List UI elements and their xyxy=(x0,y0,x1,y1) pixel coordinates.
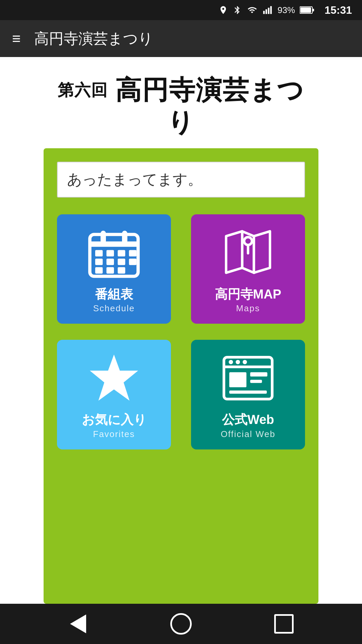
content-area: 第六回 高円寺演芸まつり あったまってます。 xyxy=(0,57,362,604)
bottom-nav-bar xyxy=(0,604,362,644)
recent-apps-button[interactable] xyxy=(270,610,297,637)
svg-rect-19 xyxy=(129,259,136,265)
svg-rect-8 xyxy=(90,241,138,247)
bluetooth-icon xyxy=(233,5,242,15)
svg-rect-3 xyxy=(270,6,272,14)
star-icon xyxy=(87,352,141,406)
svg-rect-31 xyxy=(229,372,246,387)
schedule-icon xyxy=(87,226,141,280)
location-icon xyxy=(219,5,228,15)
web-label-ja: 公式Web xyxy=(222,412,274,428)
hamburger-menu-button[interactable]: ≡ xyxy=(12,31,21,46)
festival-logo-banner: 第六回 高円寺演芸まつり xyxy=(44,67,318,148)
back-icon xyxy=(70,614,86,633)
svg-rect-33 xyxy=(250,380,262,383)
official-web-button[interactable]: 公式Web Official Web xyxy=(191,340,305,449)
status-time: 15:31 xyxy=(324,4,352,16)
svg-rect-12 xyxy=(95,250,103,256)
svg-rect-22 xyxy=(118,267,125,273)
battery-level: 93% xyxy=(278,5,295,15)
tagline-box: あったまってます。 xyxy=(57,162,305,198)
svg-rect-10 xyxy=(122,230,127,243)
favorites-label-en: Favorites xyxy=(93,429,135,439)
festival-logo-text: 第六回 高円寺演芸まつり xyxy=(47,74,315,138)
svg-point-28 xyxy=(229,360,233,364)
svg-rect-9 xyxy=(101,230,106,243)
svg-rect-15 xyxy=(129,250,136,256)
map-icon xyxy=(221,226,275,280)
svg-rect-14 xyxy=(118,250,125,256)
map-label-en: Maps xyxy=(236,303,260,314)
schedule-label-en: Schedule xyxy=(93,303,135,314)
battery-icon xyxy=(300,6,314,14)
svg-rect-17 xyxy=(107,259,114,265)
svg-rect-2 xyxy=(268,8,269,14)
main-panel: あったまってます。 xyxy=(44,148,318,604)
svg-marker-25 xyxy=(90,355,138,401)
svg-rect-32 xyxy=(250,372,267,377)
recent-icon xyxy=(274,614,294,634)
home-button[interactable] xyxy=(168,610,194,637)
svg-rect-6 xyxy=(312,9,314,11)
svg-rect-16 xyxy=(95,259,103,265)
svg-rect-34 xyxy=(229,390,267,394)
svg-rect-13 xyxy=(107,250,114,256)
status-bar: 93% 15:31 xyxy=(0,0,362,20)
browser-icon xyxy=(221,352,275,406)
map-button[interactable]: 高円寺MAP Maps xyxy=(191,214,305,324)
svg-rect-18 xyxy=(118,259,125,265)
home-icon xyxy=(170,613,192,635)
favorites-label-ja: お気に入り xyxy=(82,412,146,428)
favorites-button[interactable]: お気に入り Favorites xyxy=(57,340,171,449)
svg-point-30 xyxy=(243,360,247,364)
web-label-en: Official Web xyxy=(221,429,275,439)
svg-rect-1 xyxy=(265,9,267,14)
app-bar-title: 高円寺演芸まつり xyxy=(34,29,153,49)
back-button[interactable] xyxy=(65,610,92,637)
app-bar: ≡ 高円寺演芸まつり xyxy=(0,20,362,57)
svg-rect-21 xyxy=(107,267,114,273)
svg-point-29 xyxy=(236,360,240,364)
status-icons: 93% 15:31 xyxy=(219,4,352,16)
menu-grid: 番組表 Schedule xyxy=(57,214,305,449)
schedule-label-ja: 番組表 xyxy=(95,287,133,302)
wifi-icon xyxy=(247,5,257,15)
schedule-button[interactable]: 番組表 Schedule xyxy=(57,214,171,324)
map-label-ja: 高円寺MAP xyxy=(215,287,281,302)
svg-rect-5 xyxy=(300,7,311,13)
tagline-text: あったまってます。 xyxy=(67,171,202,187)
signal-icon xyxy=(262,5,273,15)
svg-rect-20 xyxy=(95,267,103,273)
svg-rect-0 xyxy=(263,11,265,14)
